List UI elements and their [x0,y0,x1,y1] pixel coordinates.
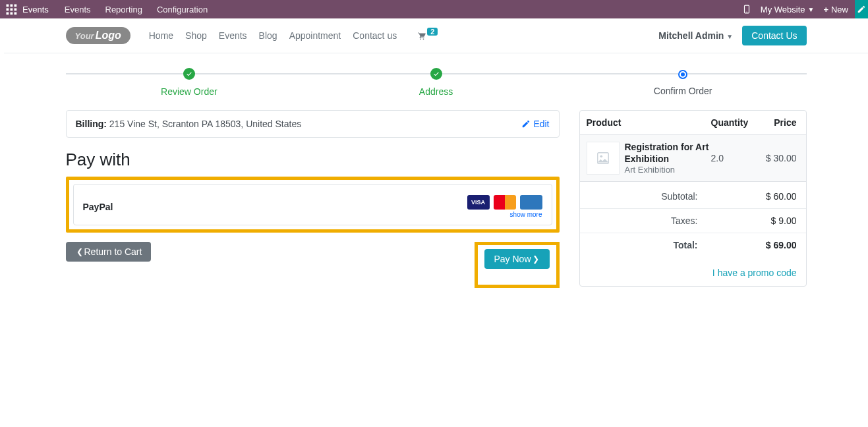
admin-top-bar: Events Events Reporting Configuration My… [0,0,868,18]
step-label: Address [312,86,560,97]
main-nav: Home Shop Events Blog Appointment Contac… [149,30,397,41]
admin-app-name[interactable]: Events [22,5,49,14]
svg-point-10 [746,12,747,13]
billing-label: Billing: [76,119,107,129]
svg-point-14 [600,155,602,157]
nav-shop[interactable]: Shop [185,30,207,41]
product-thumbnail [587,142,620,175]
svg-rect-7 [11,13,13,15]
total-label: Total: [673,240,697,250]
line-quantity: 2.0 [711,153,753,163]
chevron-right-icon: ❯ [533,254,539,264]
billing-address: 215 Vine St, Scranton PA 18503, United S… [109,119,301,129]
site-header: YourLogo Home Shop Events Blog Appointme… [61,18,812,53]
admin-menu-reporting[interactable]: Reporting [105,5,142,14]
taxes-label: Taxes: [671,215,697,226]
mobile-preview-icon[interactable] [742,5,751,14]
cart-count-badge: 2 [427,28,438,36]
edit-mode-toggle[interactable] [855,0,868,18]
payment-option-name: PayPal [83,202,113,212]
pencil-icon [521,119,531,128]
pay-now-label: Pay Now [494,254,531,264]
new-label: New [831,5,848,14]
plus-icon: + [823,5,828,14]
step-confirm-order[interactable]: Confirm Order [560,68,807,97]
pay-with-heading: Pay with [66,150,560,170]
edit-label: Edit [533,119,549,129]
col-header-quantity: Quantity [711,117,753,128]
check-icon [183,68,195,80]
chevron-left-icon: ❮ [76,247,83,256]
nav-home[interactable]: Home [149,30,173,41]
subtotal-value: $ 60.00 [751,191,797,202]
order-summary: Product Quantity Price Registration for … [579,110,807,287]
site-logo[interactable]: YourLogo [66,27,130,44]
svg-point-11 [420,38,421,40]
user-menu[interactable]: Mitchell Admin▼ [658,30,733,41]
mastercard-icon [494,195,516,210]
col-header-product: Product [587,117,711,128]
nav-blog[interactable]: Blog [259,30,277,41]
nav-contact-us[interactable]: Contact us [353,30,397,41]
svg-point-12 [423,38,424,40]
amex-icon [520,195,542,210]
line-price: $ 30.00 [753,153,799,163]
paynow-highlight-annotation: Pay Now ❯ [475,242,559,288]
admin-menu-configuration[interactable]: Configuration [157,5,208,14]
total-value: $ 69.00 [751,240,797,250]
checkout-wizard: Review Order Address Confirm Order [66,68,807,97]
header-divider [4,53,868,53]
nav-events[interactable]: Events [219,30,247,41]
return-to-cart-button[interactable]: ❮ Return to Cart [66,242,152,262]
step-label: Review Order [66,86,313,97]
svg-rect-1 [11,5,13,7]
user-name-label: Mitchell Admin [658,30,724,41]
website-switcher[interactable]: My Website▼ [761,5,815,14]
svg-rect-3 [7,9,9,11]
nav-appointment[interactable]: Appointment [289,30,341,41]
show-more-cards-link[interactable]: show more [510,211,542,218]
edit-billing-link[interactable]: Edit [521,119,549,129]
payment-option-paypal[interactable]: PayPal VISA show more [73,184,552,225]
step-label: Confirm Order [560,86,807,96]
subtotal-label: Subtotal: [661,191,697,202]
website-switcher-label: My Website [761,5,805,14]
svg-rect-0 [7,5,9,7]
apps-icon[interactable] [5,3,17,15]
contact-us-button[interactable]: Contact Us [742,26,806,45]
order-line-item: Registration for Art Exhibition Art Exhi… [580,135,806,182]
pay-now-button[interactable]: Pay Now ❯ [484,249,549,269]
svg-rect-8 [14,13,17,15]
product-subtitle: Art Exhibition [625,165,711,175]
col-header-price: Price [753,117,799,128]
svg-rect-5 [14,9,17,11]
taxes-value: $ 9.00 [751,215,797,226]
payment-highlight-annotation: PayPal VISA show more [66,177,560,233]
return-label: Return to Cart [84,246,142,257]
check-icon [430,68,442,80]
visa-icon: VISA [467,195,490,210]
billing-card: Billing: 215 Vine St, Scranton PA 18503,… [66,110,560,138]
admin-menu-events[interactable]: Events [65,5,91,14]
promo-code-link[interactable]: I have a promo code [712,268,797,278]
new-button[interactable]: +New [823,5,848,14]
cart-link[interactable]: 2 [417,31,438,40]
product-name: Registration for Art Exhibition [625,142,711,165]
step-address[interactable]: Address [312,68,560,97]
active-step-icon [678,70,687,79]
step-review-order[interactable]: Review Order [66,68,313,97]
svg-rect-6 [7,13,9,15]
svg-rect-4 [11,9,13,11]
card-brand-icons: VISA show more [467,195,542,218]
svg-rect-2 [14,5,17,7]
